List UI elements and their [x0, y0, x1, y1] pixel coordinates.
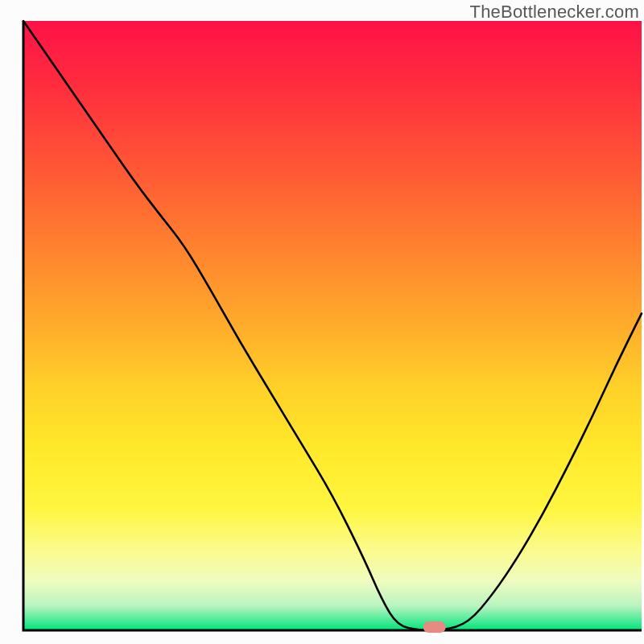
- attribution-text: TheBottlenecker.com: [470, 2, 639, 23]
- bottleneck-chart: [0, 0, 644, 644]
